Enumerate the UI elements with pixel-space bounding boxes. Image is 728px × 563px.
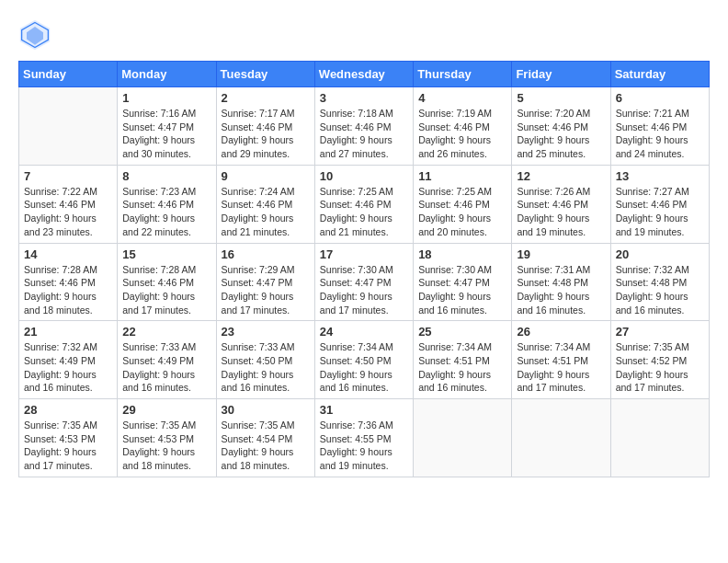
calendar-cell xyxy=(414,399,512,477)
calendar-cell: 20Sunrise: 7:32 AMSunset: 4:48 PMDayligh… xyxy=(610,243,709,321)
calendar-cell: 19Sunrise: 7:31 AMSunset: 4:48 PMDayligh… xyxy=(512,243,610,321)
day-info: Sunrise: 7:28 AMSunset: 4:46 PMDaylight:… xyxy=(122,263,210,317)
calendar-cell: 7Sunrise: 7:22 AMSunset: 4:46 PMDaylight… xyxy=(19,165,118,243)
day-number: 8 xyxy=(122,169,210,183)
calendar-cell: 6Sunrise: 7:21 AMSunset: 4:46 PMDaylight… xyxy=(610,87,709,166)
day-info: Sunrise: 7:32 AMSunset: 4:48 PMDaylight:… xyxy=(616,263,704,317)
calendar-cell: 4Sunrise: 7:19 AMSunset: 4:46 PMDaylight… xyxy=(414,87,512,166)
day-number: 4 xyxy=(418,91,506,105)
day-info: Sunrise: 7:34 AMSunset: 4:50 PMDaylight:… xyxy=(320,340,408,395)
calendar-cell: 15Sunrise: 7:28 AMSunset: 4:46 PMDayligh… xyxy=(118,243,216,321)
day-info: Sunrise: 7:35 AMSunset: 4:53 PMDaylight:… xyxy=(24,419,112,473)
calendar-week-row: 14Sunrise: 7:28 AMSunset: 4:46 PMDayligh… xyxy=(19,243,710,321)
day-number: 11 xyxy=(418,169,506,183)
day-info: Sunrise: 7:28 AMSunset: 4:46 PMDaylight:… xyxy=(24,263,112,317)
logo-icon xyxy=(18,18,51,52)
calendar-cell: 8Sunrise: 7:23 AMSunset: 4:46 PMDaylight… xyxy=(118,165,216,243)
day-number: 21 xyxy=(24,325,112,339)
day-info: Sunrise: 7:21 AMSunset: 4:46 PMDaylight:… xyxy=(616,107,704,161)
day-info: Sunrise: 7:34 AMSunset: 4:51 PMDaylight:… xyxy=(418,340,506,395)
col-header-sunday: Sunday xyxy=(19,62,118,87)
day-number: 14 xyxy=(24,247,112,261)
day-info: Sunrise: 7:36 AMSunset: 4:55 PMDaylight:… xyxy=(320,419,408,473)
calendar-week-row: 1Sunrise: 7:16 AMSunset: 4:47 PMDaylight… xyxy=(19,87,710,166)
calendar-cell: 2Sunrise: 7:17 AMSunset: 4:46 PMDaylight… xyxy=(216,87,314,166)
calendar-cell xyxy=(19,87,118,166)
calendar-cell: 27Sunrise: 7:35 AMSunset: 4:52 PMDayligh… xyxy=(610,321,709,399)
calendar-cell: 12Sunrise: 7:26 AMSunset: 4:46 PMDayligh… xyxy=(512,165,610,243)
day-info: Sunrise: 7:35 AMSunset: 4:52 PMDaylight:… xyxy=(616,340,704,395)
day-info: Sunrise: 7:19 AMSunset: 4:46 PMDaylight:… xyxy=(418,107,506,161)
day-info: Sunrise: 7:23 AMSunset: 4:46 PMDaylight:… xyxy=(122,185,210,239)
day-info: Sunrise: 7:25 AMSunset: 4:46 PMDaylight:… xyxy=(320,185,408,239)
day-info: Sunrise: 7:34 AMSunset: 4:51 PMDaylight:… xyxy=(517,340,605,395)
day-number: 15 xyxy=(122,247,210,261)
day-info: Sunrise: 7:17 AMSunset: 4:46 PMDaylight:… xyxy=(222,107,310,161)
day-number: 19 xyxy=(517,247,605,261)
day-number: 20 xyxy=(616,247,704,261)
day-number: 25 xyxy=(418,325,506,339)
col-header-thursday: Thursday xyxy=(414,62,512,87)
calendar-cell: 29Sunrise: 7:35 AMSunset: 4:53 PMDayligh… xyxy=(118,399,216,477)
day-info: Sunrise: 7:22 AMSunset: 4:46 PMDaylight:… xyxy=(24,185,112,239)
day-number: 16 xyxy=(222,247,310,261)
col-header-friday: Friday xyxy=(512,62,610,87)
calendar-cell: 30Sunrise: 7:35 AMSunset: 4:54 PMDayligh… xyxy=(216,399,314,477)
calendar-cell xyxy=(610,399,709,477)
calendar-cell: 5Sunrise: 7:20 AMSunset: 4:46 PMDaylight… xyxy=(512,87,610,166)
day-number: 6 xyxy=(616,91,704,105)
calendar-cell: 17Sunrise: 7:30 AMSunset: 4:47 PMDayligh… xyxy=(314,243,413,321)
day-info: Sunrise: 7:31 AMSunset: 4:48 PMDaylight:… xyxy=(517,263,605,317)
day-number: 23 xyxy=(222,325,310,339)
day-number: 5 xyxy=(517,91,605,105)
col-header-monday: Monday xyxy=(118,62,216,87)
page-header xyxy=(18,18,710,52)
day-info: Sunrise: 7:33 AMSunset: 4:49 PMDaylight:… xyxy=(122,340,210,395)
calendar-week-row: 7Sunrise: 7:22 AMSunset: 4:46 PMDaylight… xyxy=(19,165,710,243)
day-number: 18 xyxy=(418,247,506,261)
calendar-cell: 1Sunrise: 7:16 AMSunset: 4:47 PMDaylight… xyxy=(118,87,216,166)
calendar-cell: 11Sunrise: 7:25 AMSunset: 4:46 PMDayligh… xyxy=(414,165,512,243)
day-number: 28 xyxy=(24,403,112,417)
calendar-cell: 10Sunrise: 7:25 AMSunset: 4:46 PMDayligh… xyxy=(314,165,413,243)
calendar-cell: 25Sunrise: 7:34 AMSunset: 4:51 PMDayligh… xyxy=(414,321,512,399)
day-info: Sunrise: 7:24 AMSunset: 4:46 PMDaylight:… xyxy=(222,185,310,239)
day-number: 9 xyxy=(222,169,310,183)
day-number: 12 xyxy=(517,169,605,183)
calendar-cell: 28Sunrise: 7:35 AMSunset: 4:53 PMDayligh… xyxy=(19,399,118,477)
day-number: 13 xyxy=(616,169,704,183)
calendar-cell: 3Sunrise: 7:18 AMSunset: 4:46 PMDaylight… xyxy=(314,87,413,166)
day-number: 26 xyxy=(517,325,605,339)
day-info: Sunrise: 7:30 AMSunset: 4:47 PMDaylight:… xyxy=(320,263,408,317)
calendar-cell: 22Sunrise: 7:33 AMSunset: 4:49 PMDayligh… xyxy=(118,321,216,399)
calendar-cell xyxy=(512,399,610,477)
day-number: 30 xyxy=(222,403,310,417)
calendar-cell: 23Sunrise: 7:33 AMSunset: 4:50 PMDayligh… xyxy=(216,321,314,399)
calendar-header-row: SundayMondayTuesdayWednesdayThursdayFrid… xyxy=(19,62,710,87)
day-info: Sunrise: 7:32 AMSunset: 4:49 PMDaylight:… xyxy=(24,340,112,395)
day-info: Sunrise: 7:20 AMSunset: 4:46 PMDaylight:… xyxy=(517,107,605,161)
day-info: Sunrise: 7:33 AMSunset: 4:50 PMDaylight:… xyxy=(222,340,310,395)
col-header-tuesday: Tuesday xyxy=(216,62,314,87)
day-number: 31 xyxy=(320,403,408,417)
day-info: Sunrise: 7:30 AMSunset: 4:47 PMDaylight:… xyxy=(418,263,506,317)
calendar-cell: 13Sunrise: 7:27 AMSunset: 4:46 PMDayligh… xyxy=(610,165,709,243)
calendar-cell: 26Sunrise: 7:34 AMSunset: 4:51 PMDayligh… xyxy=(512,321,610,399)
day-info: Sunrise: 7:16 AMSunset: 4:47 PMDaylight:… xyxy=(122,107,210,161)
day-info: Sunrise: 7:18 AMSunset: 4:46 PMDaylight:… xyxy=(320,107,408,161)
day-number: 1 xyxy=(122,91,210,105)
calendar-cell: 21Sunrise: 7:32 AMSunset: 4:49 PMDayligh… xyxy=(19,321,118,399)
day-info: Sunrise: 7:35 AMSunset: 4:54 PMDaylight:… xyxy=(222,419,310,473)
col-header-saturday: Saturday xyxy=(610,62,709,87)
day-number: 7 xyxy=(24,169,112,183)
calendar-cell: 31Sunrise: 7:36 AMSunset: 4:55 PMDayligh… xyxy=(314,399,413,477)
logo xyxy=(18,18,53,52)
day-number: 22 xyxy=(122,325,210,339)
day-info: Sunrise: 7:25 AMSunset: 4:46 PMDaylight:… xyxy=(418,185,506,239)
day-number: 3 xyxy=(320,91,408,105)
day-info: Sunrise: 7:27 AMSunset: 4:46 PMDaylight:… xyxy=(616,185,704,239)
calendar-week-row: 21Sunrise: 7:32 AMSunset: 4:49 PMDayligh… xyxy=(19,321,710,399)
day-number: 29 xyxy=(122,403,210,417)
day-info: Sunrise: 7:29 AMSunset: 4:47 PMDaylight:… xyxy=(222,263,310,317)
day-number: 27 xyxy=(616,325,704,339)
